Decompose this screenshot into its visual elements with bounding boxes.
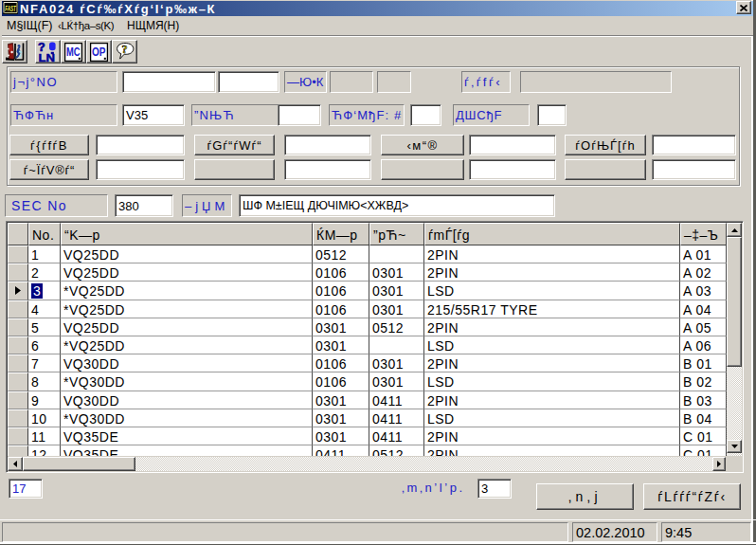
svg-text:LN: LN <box>39 52 56 63</box>
svg-text:OP: OP <box>92 45 106 59</box>
svg-text:MC: MC <box>66 45 81 59</box>
svg-text:?: ? <box>122 43 128 56</box>
svg-text:FAST: FAST <box>5 3 16 13</box>
